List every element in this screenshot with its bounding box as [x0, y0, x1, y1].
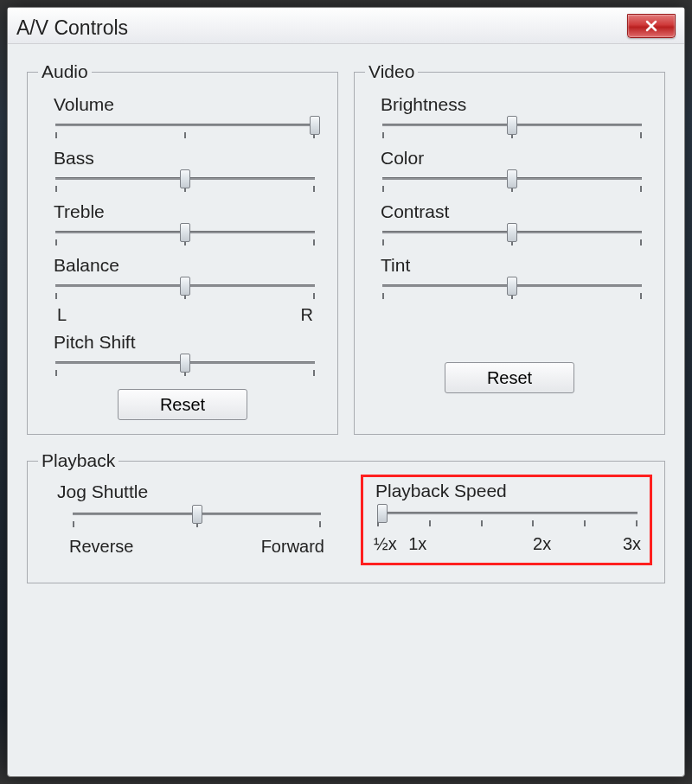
contrast-block: Contrast — [379, 201, 645, 248]
color-slider[interactable] — [382, 172, 642, 194]
jog-forward-label: Forward — [261, 537, 324, 557]
pitch-block: Pitch Shift — [52, 332, 318, 379]
playback-speed-label: Playback Speed — [374, 481, 641, 501]
treble-label: Treble — [52, 201, 318, 222]
tint-label: Tint — [379, 255, 645, 276]
volume-label: Volume — [52, 94, 318, 115]
playback-group: Playback Jog Shuttle Reverse Forward — [27, 450, 665, 583]
pitch-slider[interactable] — [55, 356, 315, 379]
jog-shuttle-slider[interactable] — [73, 507, 321, 530]
contrast-label: Contrast — [379, 201, 645, 222]
balance-block: Balance L R — [52, 255, 318, 325]
speed-2x-label: 2x — [489, 534, 596, 554]
brightness-block: Brightness — [379, 94, 645, 141]
playback-speed-highlight: Playback Speed ½x 1x 2x — [361, 475, 652, 565]
close-button[interactable] — [627, 14, 676, 38]
video-legend: Video — [365, 61, 418, 82]
treble-slider[interactable] — [55, 226, 315, 248]
balance-left-label: L — [57, 305, 67, 325]
audio-legend: Audio — [38, 61, 92, 82]
playback-speed-slider[interactable] — [377, 507, 638, 529]
brightness-label: Brightness — [379, 94, 645, 115]
video-reset-button[interactable]: Reset — [445, 362, 574, 393]
tint-block: Tint — [379, 255, 645, 302]
client-area: Audio Volume Bass — [8, 44, 684, 776]
balance-label: Balance — [52, 255, 318, 276]
bass-block: Bass — [52, 148, 318, 194]
playback-legend: Playback — [38, 450, 119, 471]
window-title: A/V Controls — [16, 16, 128, 40]
audio-group: Audio Volume Bass — [27, 61, 338, 435]
volume-block: Volume — [52, 94, 318, 141]
audio-reset-button[interactable]: Reset — [118, 389, 247, 420]
jog-reverse-label: Reverse — [69, 537, 133, 557]
pitch-label: Pitch Shift — [52, 332, 318, 353]
jog-shuttle-label: Jog Shuttle — [55, 481, 338, 502]
balance-right-label: R — [301, 305, 313, 325]
brightness-slider[interactable] — [382, 118, 642, 141]
jog-shuttle-block: Jog Shuttle Reverse Forward — [40, 480, 343, 565]
speed-half-label: ½x — [374, 534, 408, 554]
close-icon — [644, 19, 658, 33]
video-group: Video Brightness Color — [354, 61, 665, 435]
balance-slider[interactable] — [55, 279, 315, 302]
titlebar: A/V Controls — [8, 8, 684, 44]
contrast-slider[interactable] — [382, 226, 642, 248]
treble-block: Treble — [52, 201, 318, 248]
speed-1x-label: 1x — [408, 534, 489, 554]
av-controls-dialog: A/V Controls Audio Volume — [7, 7, 685, 777]
speed-3x-label: 3x — [595, 534, 641, 554]
tint-slider[interactable] — [382, 279, 642, 302]
bass-label: Bass — [52, 148, 318, 169]
color-label: Color — [379, 148, 645, 169]
volume-slider[interactable] — [55, 118, 315, 141]
color-block: Color — [379, 148, 645, 194]
bass-slider[interactable] — [55, 172, 315, 194]
